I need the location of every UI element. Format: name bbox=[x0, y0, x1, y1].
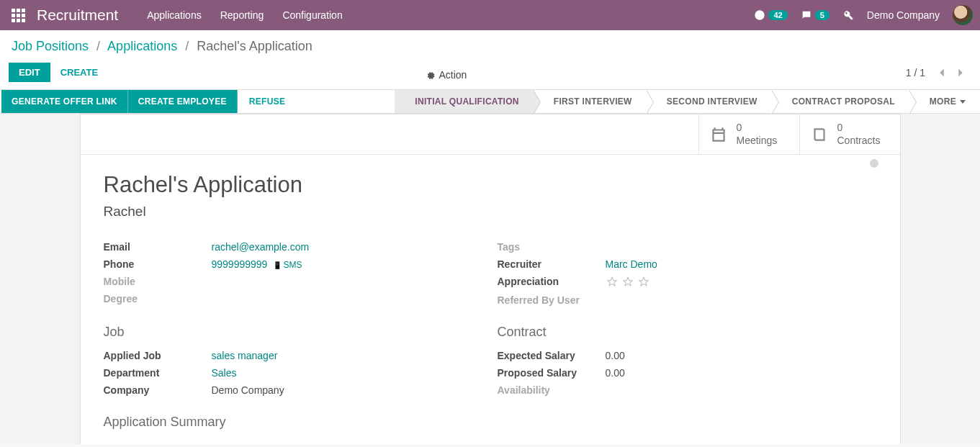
generate-offer-button[interactable]: GENERATE OFFER LINK bbox=[1, 90, 128, 113]
application-summary-title: Application Summary bbox=[104, 415, 877, 430]
referred-label: Referred By User bbox=[498, 294, 606, 306]
nav-reporting[interactable]: Reporting bbox=[220, 9, 264, 21]
nav-links: Applications Reporting Configuration bbox=[147, 9, 342, 21]
record-title: Rachel's Application bbox=[104, 172, 877, 198]
company-name[interactable]: Demo Company bbox=[867, 9, 940, 21]
expected-salary-value: 0.00 bbox=[606, 350, 625, 361]
app-brand[interactable]: Recruitment bbox=[37, 6, 118, 24]
left-column: Emailrachel@example.com Phone9999999999S… bbox=[104, 238, 483, 309]
stage-more[interactable]: MORE bbox=[909, 90, 980, 113]
chat-icon bbox=[801, 9, 812, 21]
topbar-right: 42 5 Demo Company bbox=[754, 5, 973, 25]
recruiter-label: Recruiter bbox=[498, 258, 606, 270]
control-row: EDIT CREATE Action 1 / 1 bbox=[0, 58, 980, 89]
expected-salary-label: Expected Salary bbox=[498, 350, 606, 361]
star-icon[interactable] bbox=[637, 276, 650, 289]
job-section-title: Job bbox=[104, 325, 483, 340]
action-label: Action bbox=[439, 69, 467, 81]
crumb-current: Rachel's Application bbox=[197, 39, 313, 53]
kanban-state-dot[interactable] bbox=[870, 159, 878, 168]
sms-button[interactable]: SMS bbox=[273, 260, 302, 270]
calendar-icon bbox=[709, 125, 728, 144]
chevron-down-icon bbox=[960, 100, 966, 104]
availability-label: Availability bbox=[498, 384, 606, 396]
create-employee-button[interactable]: CREATE EMPLOYEE bbox=[128, 90, 238, 113]
applied-job-value[interactable]: sales manager bbox=[212, 350, 278, 361]
contracts-label: Contracts bbox=[837, 135, 881, 148]
phone-label: Phone bbox=[104, 258, 212, 270]
pager: 1 / 1 bbox=[906, 65, 968, 81]
proposed-salary-value: 0.00 bbox=[606, 367, 625, 379]
contracts-count: 0 bbox=[837, 122, 881, 135]
chat-badge[interactable]: 5 bbox=[801, 9, 830, 21]
email-label: Email bbox=[104, 241, 212, 253]
meetings-statbox[interactable]: 0 Meetings bbox=[698, 114, 799, 154]
department-value[interactable]: Sales bbox=[212, 367, 237, 379]
refuse-button[interactable]: REFUSE bbox=[238, 90, 297, 113]
stages: INITIAL QUALIFICATION FIRST INTERVIEW SE… bbox=[395, 90, 980, 113]
department-label: Department bbox=[104, 367, 212, 379]
topbar: Recruitment Applications Reporting Confi… bbox=[0, 0, 980, 30]
applied-job-label: Applied Job bbox=[104, 350, 212, 361]
sheet-scroll[interactable]: 0 Meetings 0 Contracts Rachel's Applicat… bbox=[0, 114, 980, 444]
stage-second-interview[interactable]: SECOND INTERVIEW bbox=[647, 90, 772, 113]
company-label: Company bbox=[104, 384, 212, 396]
contract-section-title: Contract bbox=[498, 325, 877, 340]
clock-icon bbox=[754, 9, 765, 21]
stage-contract-proposal[interactable]: CONTRACT PROPOSAL bbox=[772, 90, 909, 113]
nav-configuration[interactable]: Configuration bbox=[282, 9, 342, 21]
crumb-job-positions[interactable]: Job Positions bbox=[12, 39, 89, 53]
sheet-body: Rachel's Application Rachel Emailrachel@… bbox=[81, 155, 900, 444]
apps-icon[interactable] bbox=[12, 9, 25, 22]
right-column: Tags RecruiterMarc Demo Appreciation Ref… bbox=[498, 238, 877, 309]
email-value[interactable]: rachel@example.com bbox=[212, 241, 310, 253]
user-avatar[interactable] bbox=[953, 5, 973, 25]
wrench-icon[interactable] bbox=[842, 9, 854, 21]
book-icon bbox=[810, 125, 829, 144]
mobile-label: Mobile bbox=[104, 276, 212, 287]
appreciation-label: Appreciation bbox=[498, 276, 606, 289]
applicant-name: Rachel bbox=[104, 204, 877, 220]
star-icon[interactable] bbox=[621, 276, 634, 289]
statusbar: GENERATE OFFER LINK CREATE EMPLOYEE REFU… bbox=[0, 89, 980, 114]
company-value: Demo Company bbox=[212, 384, 284, 396]
tags-label: Tags bbox=[498, 241, 606, 253]
proposed-salary-label: Proposed Salary bbox=[498, 367, 606, 379]
appreciation-stars[interactable] bbox=[606, 276, 650, 289]
recruiter-value[interactable]: Marc Demo bbox=[606, 258, 657, 270]
pager-label: 1 / 1 bbox=[906, 67, 925, 78]
contracts-statbox[interactable]: 0 Contracts bbox=[799, 114, 900, 154]
stat-buttons: 0 Meetings 0 Contracts bbox=[81, 114, 900, 155]
action-menu[interactable]: Action bbox=[426, 69, 467, 81]
meetings-label: Meetings bbox=[737, 135, 778, 148]
pager-next-icon[interactable] bbox=[953, 65, 968, 81]
stage-initial-qualification[interactable]: INITIAL QUALIFICATION bbox=[395, 90, 534, 113]
form-sheet: 0 Meetings 0 Contracts Rachel's Applicat… bbox=[80, 114, 901, 444]
breadcrumb: Job Positions / Applications / Rachel's … bbox=[0, 30, 980, 58]
gear-icon bbox=[426, 71, 435, 80]
pager-prev-icon[interactable] bbox=[934, 65, 950, 81]
clock-count: 42 bbox=[768, 10, 787, 20]
edit-button[interactable]: EDIT bbox=[9, 63, 50, 82]
nav-applications[interactable]: Applications bbox=[147, 9, 202, 21]
star-icon[interactable] bbox=[606, 276, 619, 289]
create-button[interactable]: CREATE bbox=[60, 67, 98, 78]
chat-count: 5 bbox=[815, 10, 830, 20]
meetings-count: 0 bbox=[737, 122, 778, 135]
phone-value[interactable]: 9999999999 bbox=[212, 258, 268, 270]
stage-first-interview[interactable]: FIRST INTERVIEW bbox=[534, 90, 647, 113]
crumb-applications[interactable]: Applications bbox=[107, 39, 177, 53]
clock-badge[interactable]: 42 bbox=[754, 9, 787, 21]
degree-label: Degree bbox=[104, 293, 212, 304]
